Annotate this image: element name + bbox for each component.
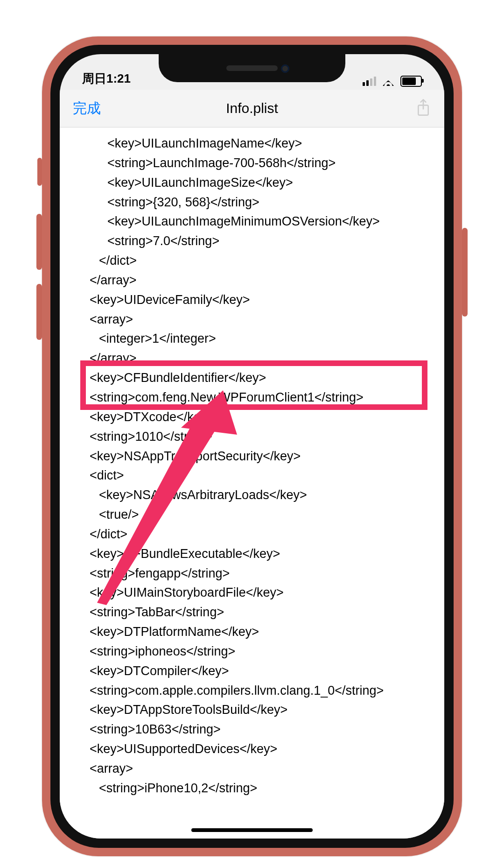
plist-line: <key>NSAllowsArbitraryLoads</key> [63,486,441,505]
status-right [363,76,422,87]
plist-line: <array> [63,310,441,330]
plist-line: <key>CFBundleExecutable</key> [63,544,441,564]
plist-line: <key>UILaunchImageSize</key> [63,173,441,193]
power-button [462,228,468,317]
battery-icon [400,76,422,87]
plist-line: <true/> [63,505,441,525]
plist-line: <array> [63,759,441,779]
cellular-signal-icon [363,77,376,86]
plist-line: <dict> [63,466,441,486]
front-camera [281,64,289,73]
status-time: 周日1:21 [82,70,131,87]
plist-line: <key>UILaunchImageName</key> [63,134,441,154]
plist-line: <string>1010</string> [63,427,441,447]
plist-line: <key>DTXcode</key> [63,408,441,427]
plist-line: <string>7.0</string> [63,232,441,251]
plist-line: <key>UIDeviceFamily</key> [63,290,441,310]
plist-content[interactable]: <key>UILaunchImageName</key><string>Laun… [60,127,444,839]
plist-line: <key>DTPlatformName</key> [63,622,441,642]
plist-line: <key>NSAppTransportSecurity</key> [63,447,441,466]
plist-line: <string>TabBar</string> [63,603,441,622]
plist-line: <string>10B63</string> [63,720,441,740]
done-button[interactable]: 完成 [73,99,101,118]
plist-line: <key>DTCompiler</key> [63,662,441,681]
plist-line: <key>UILaunchImageMinimumOSVersion</key> [63,212,441,232]
plist-line: <string>fengapp</string> [63,564,441,584]
plist-line: </array> [63,349,441,368]
plist-line: <key>UIMainStoryboardFile</key> [63,583,441,603]
plist-line: <string>com.feng.New.WPForumClient1</str… [63,388,441,408]
phone-screen: 周日1:21 完成 Info.plist [60,54,444,839]
plist-line: <string>iPhone10,2</string> [63,779,441,798]
plist-line: <string>iphoneos</string> [63,642,441,662]
share-button[interactable] [415,99,431,118]
nav-header: 完成 Info.plist [60,90,444,127]
share-icon [415,99,431,118]
plist-line: <key>DTAppStoreToolsBuild</key> [63,700,441,720]
speaker-grille [226,65,278,71]
plist-line: </array> [63,271,441,290]
volume-up-btn [36,214,42,270]
volume-down-btn [36,284,42,340]
plist-line: <string>LaunchImage-700-568h</string> [63,154,441,173]
home-indicator [191,828,313,832]
mute-switch [37,158,42,186]
plist-line: <string>{320, 568}</string> [63,193,441,212]
plist-line: <key>UISupportedDevices</key> [63,740,441,759]
plist-line: <string>com.apple.compilers.llvm.clang.1… [63,681,441,701]
notch [159,54,345,82]
phone-bezel: 周日1:21 完成 Info.plist [50,45,454,848]
plist-line: </dict> [63,525,441,544]
plist-line: </dict> [63,251,441,271]
nav-title: Info.plist [60,100,444,116]
plist-line: <key>CFBundleIdentifier</key> [63,368,441,388]
plist-line: <integer>1</integer> [63,329,441,349]
phone-frame: 周日1:21 完成 Info.plist [42,36,462,856]
wifi-icon [382,77,395,86]
